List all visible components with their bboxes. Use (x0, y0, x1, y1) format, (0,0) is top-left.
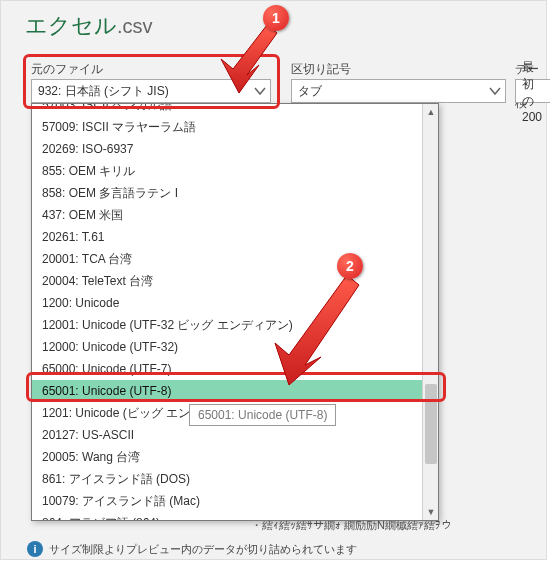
dropdown-item[interactable]: 864: アラビア語 (864) (32, 512, 422, 520)
dropdown-item[interactable]: 10079: アイスランド語 (Mac) (32, 490, 422, 512)
dropdown-item[interactable]: 20001: TCA 台湾 (32, 248, 422, 270)
footer-text: サイズ制限よりプレビュー内のデータが切り詰められています (49, 542, 357, 557)
dropdown-item[interactable]: 20269: ISO-6937 (32, 138, 422, 160)
dropdown-item[interactable]: 57003: ISCII ベンガル語 (32, 103, 422, 116)
dropdown-item[interactable]: 57009: ISCII マラヤーラム語 (32, 116, 422, 138)
dropdown-item[interactable]: 20004: TeleText 台湾 (32, 270, 422, 292)
dropdown-item[interactable]: 20005: Wang 台湾 (32, 446, 422, 468)
combo-file-origin[interactable]: 932: 日本語 (シフト JIS) (31, 79, 271, 103)
scroll-down-icon[interactable]: ▼ (423, 504, 439, 520)
dropdown-item[interactable]: 855: OEM キリル (32, 160, 422, 182)
scrollbar-thumb[interactable] (425, 384, 437, 464)
dropdown-item[interactable]: 12001: Unicode (UTF-32 ビッグ エンディアン) (32, 314, 422, 336)
label-delimiter: 区切り記号 (291, 61, 351, 78)
chevron-down-icon (254, 85, 266, 100)
file-name: エクセル (25, 13, 117, 38)
scrollbar[interactable]: ▲ ▼ (422, 104, 438, 520)
file-ext: .csv (117, 15, 153, 37)
scroll-up-icon[interactable]: ▲ (423, 104, 439, 120)
dropdown-item[interactable]: 65000: Unicode (UTF-7) (32, 358, 422, 380)
dropdown-item[interactable]: 65001: Unicode (UTF-8) (32, 380, 422, 402)
dropdown-item[interactable]: 437: OEM 米国 (32, 204, 422, 226)
combo-datatype[interactable]: 最初の 200 (515, 79, 550, 103)
step-badge-2: 2 (337, 253, 363, 279)
combo-file-origin-value: 932: 日本語 (シフト JIS) (38, 83, 169, 100)
step-badge-1: 1 (263, 5, 289, 31)
dropdown-item[interactable]: 858: OEM 多言語ラテン I (32, 182, 422, 204)
page-title: エクセル.csv (25, 11, 153, 41)
combo-datatype-value: 最初の 200 (522, 59, 544, 124)
chevron-down-icon (489, 85, 501, 97)
dropdown-item[interactable]: 20261: T.61 (32, 226, 422, 248)
info-icon: i (27, 541, 43, 557)
dropdown-item[interactable]: 861: アイスランド語 (DOS) (32, 468, 422, 490)
dropdown-item[interactable]: 12000: Unicode (UTF-32) (32, 336, 422, 358)
dropdown-file-origin[interactable]: 57003: ISCII ベンガル語57009: ISCII マラヤーラム語20… (31, 103, 439, 521)
footer-info: i サイズ制限よりプレビュー内のデータが切り詰められています (27, 541, 357, 557)
dropdown-item[interactable]: 1200: Unicode (32, 292, 422, 314)
label-file-origin: 元のファイル (31, 61, 103, 78)
tooltip: 65001: Unicode (UTF-8) (189, 404, 336, 426)
combo-delimiter-value: タブ (298, 83, 322, 100)
dropdown-item[interactable]: 20127: US-ASCII (32, 424, 422, 446)
combo-delimiter[interactable]: タブ (291, 79, 506, 103)
